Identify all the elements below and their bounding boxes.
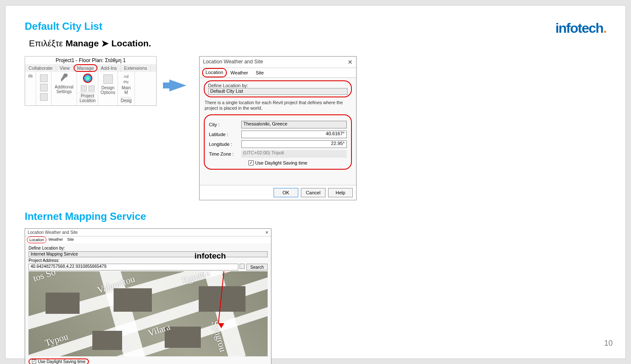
daylight-row: ✓ Use Daylight Saving time <box>209 160 347 165</box>
city-label: City : <box>209 122 239 127</box>
dialog2-titlebar: Location Weather and Site ✕ <box>25 229 271 236</box>
page: infotech. Default City List Επιλέξτε Man… <box>0 0 631 364</box>
map-annotation-label: infotech <box>194 251 226 261</box>
logo-dot: . <box>603 20 606 36</box>
arrow-icon <box>169 80 186 91</box>
dialog-footer: OK Cancel Help <box>200 185 356 200</box>
ribbon-body: ds Additional Settings <box>25 72 156 105</box>
slide: infotech. Default City List Επιλέξτε Man… <box>5 5 626 359</box>
dialog-titlebar: Location Weather and Site ✕ <box>200 57 356 68</box>
section-2: Internet Mapping Service Location Weathe… <box>25 210 606 364</box>
pic-text: Pic <box>123 80 129 85</box>
tab-manage[interactable]: Manage <box>74 64 97 72</box>
address-input[interactable]: 40.642482757568,4,22.9310855865479 <box>29 264 238 270</box>
tab-location[interactable]: Location <box>202 68 227 77</box>
define-label: Define Location by: <box>208 83 348 88</box>
truncated-ds: ds <box>28 74 33 78</box>
define-location-group: Define Location by: Default City List <box>204 80 352 97</box>
tab2-site[interactable]: Site <box>65 236 76 243</box>
dialog-content: Define Location by: Default City List Th… <box>200 78 356 185</box>
city-dropdown[interactable]: Thessaloniki, Greece <box>241 121 347 128</box>
satellite-map[interactable]: tos So Valaoritou Egnatia Typou Vilara S… <box>29 271 268 356</box>
page-number: 10 <box>604 339 613 348</box>
close-icon[interactable]: ✕ <box>265 230 268 235</box>
address-dropdown-icon[interactable] <box>240 264 245 269</box>
location-globe-icon[interactable] <box>83 74 92 83</box>
latitude-input[interactable]: 40.6167° <box>241 131 347 138</box>
timezone-dropdown[interactable]: (UTC+02:00) Tripoli <box>241 150 347 158</box>
dropdown-icon[interactable] <box>89 85 94 91</box>
mini-icons-1 <box>39 74 49 102</box>
instruction-manage: Manage <box>66 38 99 48</box>
section-title-2: Internet Mapping Service <box>25 210 606 222</box>
design-options-icon[interactable] <box>103 74 113 84</box>
ribbon-screenshot: Project1 - Floor Plan: Στάθμη 1 Collabor… <box>25 56 157 106</box>
tab2-location[interactable]: Location <box>27 236 46 243</box>
daylight2-group: ✓ Use Daylight Saving time <box>29 358 89 364</box>
define-dropdown[interactable]: Default City List <box>208 88 348 95</box>
dialog-title: Location Weather and Site <box>203 59 263 65</box>
tab-extensions[interactable]: Extensions <box>121 64 151 72</box>
row-1: Project1 - Floor Plan: Στάθμη 1 Collabor… <box>25 56 606 200</box>
ok-button[interactable]: OK <box>274 188 298 197</box>
instruction-location: Location. <box>111 38 151 48</box>
cancel-button[interactable]: Cancel <box>301 188 325 197</box>
tab-view[interactable]: View <box>56 64 74 72</box>
tab-addins[interactable]: Add-Ins <box>97 64 121 72</box>
tab-weather[interactable]: Weather <box>227 68 252 77</box>
dialog2-title: Location Weather and Site <box>28 230 78 235</box>
wrench-icon <box>59 74 69 84</box>
dialog-tabs: Location Weather Site <box>200 68 356 78</box>
daylight2-label: Use Daylight Saving time <box>38 359 86 364</box>
daylight-checkbox[interactable]: ✓ <box>248 160 254 165</box>
longitude-label: Longitude : <box>209 142 239 147</box>
tab-site[interactable]: Site <box>252 68 268 77</box>
main-model[interactable]: Main M <box>120 85 132 95</box>
panel-design: Desig <box>120 97 132 104</box>
location-dialog: Location Weather and Site ✕ Location Wea… <box>199 56 357 200</box>
daylight-label: Use Daylight Saving time <box>255 160 308 165</box>
instruction-arrow: ➤ <box>101 38 109 48</box>
ad-text: Ad <box>124 74 128 79</box>
panel-project-location: Project Location <box>80 92 95 104</box>
help-text: There is a single location for each Revi… <box>205 100 351 111</box>
tab2-weather[interactable]: Weather <box>46 236 65 243</box>
longitude-input[interactable]: 22.95° <box>241 140 347 148</box>
instruction-line: Επιλέξτε Manage ➤ Location. <box>29 38 606 48</box>
logo-text: infotech <box>555 20 603 36</box>
generic-icon[interactable] <box>40 93 48 101</box>
generic-icon[interactable] <box>40 74 48 82</box>
latitude-label: Latitude : <box>209 132 239 137</box>
define2-dropdown[interactable]: Internet Mapping Service <box>29 251 268 257</box>
help-button[interactable]: Help <box>328 188 353 197</box>
daylight2-checkbox[interactable]: ✓ <box>32 359 36 364</box>
dropdown-icon[interactable] <box>81 85 87 91</box>
dialog2-content: Define Location by: Internet Mapping Ser… <box>25 243 271 364</box>
window-title: Project1 - Floor Plan: Στάθμη 1 <box>25 57 156 64</box>
annotation-arrowhead <box>218 323 224 328</box>
tab-collaborate[interactable]: Collaborate <box>25 64 56 72</box>
search-button[interactable]: Search <box>246 264 268 270</box>
instruction-pre: Επιλέξτε <box>29 38 66 48</box>
generic-icon[interactable] <box>40 84 48 91</box>
additional-settings[interactable]: Additional Settings <box>55 85 74 94</box>
mapping-dialog: Location Weather and Site ✕ Location Wea… <box>25 228 271 364</box>
ribbon-tabs: Collaborate View Manage Add-Ins Extensio… <box>25 64 156 72</box>
timezone-label: Time Zone : <box>209 151 239 156</box>
section-title-1: Default City List <box>25 20 606 32</box>
design-options[interactable]: Design Options <box>100 85 115 95</box>
city-fields-group: City : Thessaloniki, Greece Latitude : 4… <box>204 114 352 170</box>
address-label: Project Address: <box>29 258 268 263</box>
street-label: tos So <box>31 271 57 284</box>
close-icon[interactable]: ✕ <box>348 59 353 65</box>
brand-logo: infotech. <box>555 20 606 36</box>
dialog2-tabs: Location Weather Site <box>25 236 271 243</box>
define2-label: Define Location by: <box>29 246 268 250</box>
